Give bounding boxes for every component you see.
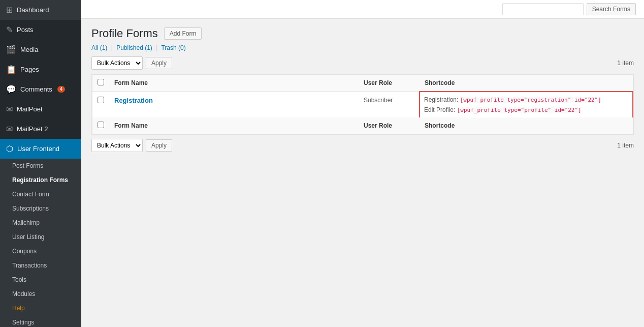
filter-trash-link[interactable]: Trash (0) — [161, 44, 185, 51]
apply-button-top[interactable]: Apply — [146, 57, 172, 69]
sidebar-item-user-frontend[interactable]: ⬡ User Frontend — [0, 139, 81, 159]
filter-all-link[interactable]: All (1) — [91, 44, 107, 51]
shortcode-header: Shortcode — [420, 75, 633, 92]
main-content: Search Forms Profile Forms Add Form All … — [81, 0, 644, 327]
add-form-button[interactable]: Add Form — [164, 27, 202, 40]
forms-table-wrapper: Form Name User Role Shortcode Registrati… — [91, 74, 634, 135]
dashboard-icon: ⊞ — [6, 5, 13, 15]
table-header-row: Form Name User Role Shortcode — [92, 75, 633, 92]
sidebar-item-subscriptions[interactable]: Subscriptions — [0, 201, 81, 216]
filter-links: All (1) | Published (1) | Trash (0) — [91, 44, 634, 51]
mailpoet2-icon: ✉ — [6, 124, 13, 134]
sidebar: ⊞ Dashboard ✎ Posts 🎬 Media 📋 Pages 💬 Co… — [0, 0, 81, 327]
sidebar-item-comments[interactable]: 💬 Comments 4 — [0, 79, 81, 99]
sidebar-item-label: Posts — [17, 26, 34, 34]
user-role-footer: User Role — [359, 117, 420, 134]
bulk-actions-select-top[interactable]: Bulk Actions — [91, 56, 143, 70]
top-table-controls: Bulk Actions Apply 1 item — [91, 56, 634, 70]
posts-icon: ✎ — [6, 25, 13, 35]
bulk-actions-select-bottom[interactable]: Bulk Actions — [91, 139, 143, 152]
content-area: Profile Forms Add Form All (1) | Publish… — [81, 19, 644, 327]
sidebar-submenu: Post Forms Registration Forms Contact Fo… — [0, 159, 81, 327]
page-title: Profile Forms — [91, 27, 158, 40]
forms-table: Form Name User Role Shortcode Registrati… — [92, 74, 633, 134]
sidebar-item-mailchimp[interactable]: Mailchimp — [0, 216, 81, 230]
sidebar-item-mailpoet2[interactable]: ✉ MailPoet 2 — [0, 119, 81, 139]
shortcode-edit-row: Edit Profile: [wpuf_profile type="profil… — [424, 106, 628, 113]
user-role-cell: Subscriber — [359, 92, 420, 117]
bottom-table-controls: Bulk Actions Apply 1 item — [91, 139, 634, 152]
sidebar-item-label: Comments — [20, 85, 52, 93]
comments-icon: 💬 — [6, 84, 16, 94]
sidebar-item-label: MailPoet — [17, 105, 43, 113]
sidebar-item-contact-form[interactable]: Contact Form — [0, 187, 81, 201]
user-frontend-icon: ⬡ — [6, 144, 13, 154]
shortcode-registration-label: Registration: — [424, 96, 458, 103]
top-controls-left: Bulk Actions Apply — [91, 56, 172, 70]
select-all-header — [92, 75, 110, 92]
shortcode-edit-label: Edit Profile: — [424, 106, 455, 113]
sidebar-item-user-listing[interactable]: User Listing — [0, 230, 81, 244]
select-all-footer — [92, 117, 110, 134]
pages-icon: 📋 — [6, 65, 16, 74]
topbar: Search Forms — [81, 0, 644, 19]
comments-badge: 4 — [57, 86, 66, 93]
sidebar-item-label: MailPoet 2 — [17, 125, 48, 133]
sidebar-item-help[interactable]: Help — [0, 301, 81, 315]
sidebar-item-pages[interactable]: 📋 Pages — [0, 60, 81, 79]
shortcode-registration-value[interactable]: [wpuf_profile type="registration" id="22… — [460, 97, 601, 103]
sidebar-item-label: Pages — [20, 66, 39, 73]
sidebar-item-registration-forms[interactable]: Registration Forms — [0, 173, 81, 187]
sidebar-item-modules[interactable]: Modules — [0, 287, 81, 301]
sidebar-item-settings[interactable]: Settings — [0, 315, 81, 327]
select-all-footer-checkbox[interactable] — [98, 122, 104, 128]
filter-published-link[interactable]: Published (1) — [116, 44, 152, 51]
search-forms-button[interactable]: Search Forms — [587, 3, 636, 15]
search-input[interactable] — [502, 3, 584, 15]
sidebar-item-label: User Frontend — [17, 145, 59, 153]
sidebar-item-label: Dashboard — [17, 6, 49, 14]
sidebar-item-dashboard[interactable]: ⊞ Dashboard — [0, 0, 81, 20]
sidebar-item-coupons[interactable]: Coupons — [0, 244, 81, 258]
sidebar-item-label: Media — [20, 46, 38, 53]
table-row: Registration Subscriber Registration: [w… — [92, 92, 633, 117]
shortcode-registration-row: Registration: [wpuf_profile type="regist… — [424, 96, 628, 103]
apply-button-bottom[interactable]: Apply — [146, 139, 172, 152]
row-checkbox[interactable] — [98, 97, 104, 103]
top-item-count: 1 item — [617, 60, 634, 67]
sidebar-item-posts[interactable]: ✎ Posts — [0, 20, 81, 40]
sidebar-item-mailpoet[interactable]: ✉ MailPoet — [0, 99, 81, 119]
page-header: Profile Forms Add Form — [91, 27, 634, 40]
sidebar-item-media[interactable]: 🎬 Media — [0, 40, 81, 60]
topbar-search-area: Search Forms — [502, 3, 636, 15]
form-name-link[interactable]: Registration — [114, 97, 153, 104]
bottom-item-count: 1 item — [617, 142, 634, 149]
shortcode-footer: Shortcode — [420, 117, 633, 134]
form-name-header: Form Name — [109, 75, 359, 92]
shortcode-cell: Registration: [wpuf_profile type="regist… — [420, 92, 633, 117]
bottom-controls-left: Bulk Actions Apply — [91, 139, 172, 152]
table-footer-row: Form Name User Role Shortcode — [92, 117, 633, 134]
row-checkbox-cell — [92, 92, 110, 117]
shortcode-edit-value[interactable]: [wpuf_profile type="profile" id="22"] — [457, 107, 582, 113]
form-name-footer: Form Name — [109, 117, 359, 134]
mailpoet-icon: ✉ — [6, 104, 13, 114]
sidebar-item-tools[interactable]: Tools — [0, 273, 81, 287]
select-all-checkbox[interactable] — [98, 79, 104, 85]
form-name-cell: Registration — [109, 92, 359, 117]
media-icon: 🎬 — [6, 45, 16, 54]
user-role-header: User Role — [359, 75, 420, 92]
sidebar-item-transactions[interactable]: Transactions — [0, 258, 81, 273]
sidebar-item-post-forms[interactable]: Post Forms — [0, 159, 81, 173]
